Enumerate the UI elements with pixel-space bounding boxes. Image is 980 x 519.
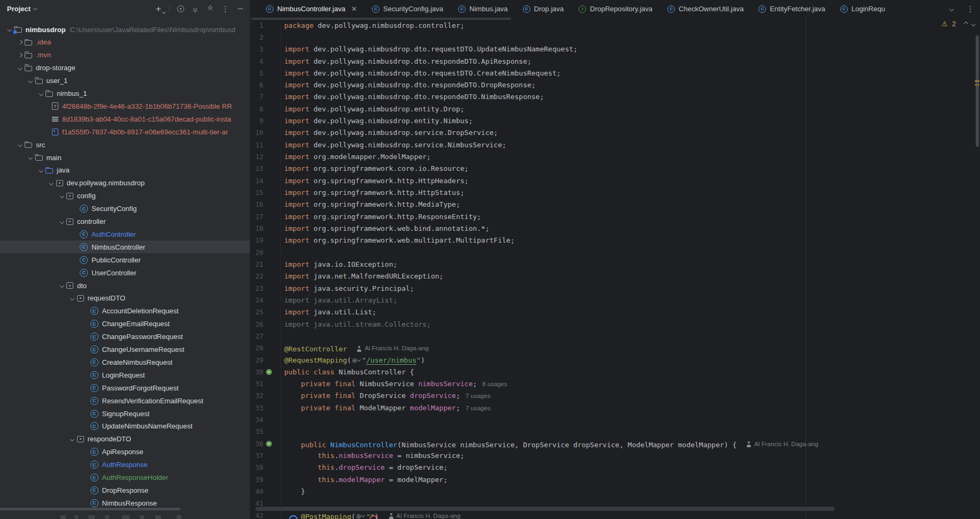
chevron-down-icon[interactable] [49,181,54,185]
editor-tab[interactable]: CCheckOwnerUtil.java [660,0,751,18]
tree-item-label: SecurityConfig [92,205,137,213]
tree-item[interactable]: src [0,138,250,151]
tree-item[interactable]: CPublicController [0,253,250,266]
tree-item[interactable]: CNimbusController [0,240,250,253]
tree-item[interactable]: nimbus_1 [0,87,250,100]
line-number: 36 [251,438,263,450]
tree-item[interactable]: respondeDTO [0,433,250,446]
author-inlay-hint[interactable]: Al Francis H. Daga-ang [356,342,429,354]
close-icon[interactable]: ✕ [351,5,357,13]
tree-item[interactable]: CApiResponse [0,446,250,458]
chevron-down-icon[interactable] [59,194,64,198]
code-token: " [416,356,421,364]
tree-item[interactable]: CUserController [0,266,250,279]
usages-inlay-hint[interactable]: 7 usages [466,405,491,411]
chevron-down-icon[interactable] [18,142,22,147]
chevron-down-icon[interactable] [28,155,33,160]
editor-tab[interactable]: CNimbus.java [451,0,515,18]
tree-item[interactable]: controller [0,215,250,228]
spring-bean-gutter-icon[interactable] [266,441,272,447]
editor-tab[interactable]: IDropRepository.java [571,0,660,18]
editor-tab[interactable]: CNimbusController.java✕ [259,0,364,18]
chevron-down-icon[interactable] [7,27,12,32]
tree-item[interactable]: f1a555f0-7837-4b0b-8917-e06e69ecc361-mul… [0,125,250,138]
chevron-right-icon[interactable] [18,53,22,57]
more-options-button[interactable]: ⋮ [221,5,230,13]
tree-item[interactable]: CPasswordForgotRequest [0,381,250,394]
url-globe-icon[interactable]: ⊕ [352,357,360,364]
tab-options-kebab-icon[interactable]: ⋮ [966,5,975,13]
editor-tab[interactable]: CEntityFetcher.java [751,0,832,18]
tree-item[interactable]: config [0,190,250,202]
spring-bean-gutter-icon[interactable] [266,369,272,375]
line-number: 25 [251,306,263,318]
editor-tab[interactable]: CDrop.java [515,0,572,18]
hide-panel-button[interactable] [236,5,245,13]
tree-item[interactable]: .mvn [0,49,250,62]
code-editor[interactable]: ⚠ 2 1package dev.pollywag.nimbusdrop.con… [251,18,980,519]
panel-title[interactable]: Project [7,5,31,13]
tree-item-label: AuthResponseHolder [102,473,169,482]
chevron-down-icon[interactable] [33,6,37,10]
code-token: org.springframework.http.ResponseEntity; [309,213,481,221]
tree-item[interactable]: dev.pollywag.nimbusdrop [0,177,250,190]
author-inlay-hint[interactable]: Al Francis H. Daga-ang [389,510,461,519]
collapse-all-button[interactable] [206,5,215,13]
tree-item[interactable]: CAccountDeletionRequest [0,305,250,318]
chevron-right-icon[interactable] [18,40,22,44]
editor-tab[interactable]: CLoginRequ [833,0,893,18]
tree-item[interactable]: .idea [0,36,250,49]
chevron-down-icon[interactable] [39,168,43,172]
tree-item[interactable]: drop-storage [0,62,250,74]
tree-item[interactable]: CSecurityConfig [0,202,250,215]
tab-list-chevron-down-icon[interactable] [947,5,956,13]
usages-inlay-hint[interactable]: 7 usages [466,393,491,399]
tree-item[interactable]: CChangePasswordRequest [0,330,250,343]
tree-item[interactable]: dto [0,279,250,292]
class-icon: C [458,5,466,13]
tree-item[interactable]: nimbusdropC:\Users\user\JavaRelatedFiles… [0,23,250,36]
locate-file-button[interactable] [176,5,185,13]
tree-item[interactable]: CAuthResponseHolder [0,471,250,484]
tree-item[interactable]: CDropResponse [0,484,250,497]
author-inlay-hint[interactable]: Al Francis H. Daga-ang [746,438,818,450]
add-button[interactable]: + [154,5,163,13]
chevron-down-icon[interactable] [59,220,64,224]
tree-item[interactable]: CChangeEmailRequest [0,318,250,330]
code-token: import [284,272,309,280]
expand-all-button[interactable] [191,5,200,13]
code-line: 30public class NimbusController { [251,366,980,378]
tree-item[interactable]: CCreateNimbusRequest [0,356,250,368]
chevron-down-icon[interactable] [28,79,33,83]
chevron-down-icon[interactable] [70,437,74,441]
line-number: 7 [251,91,263,103]
project-tree-hscrollbar[interactable] [0,508,180,510]
tree-item[interactable]: CLoginRequest [0,368,250,381]
chevron-down-icon[interactable] [18,66,22,70]
tree-item-label: ApiResponse [102,448,143,456]
tree-item[interactable]: CChangeUsernameRequest [0,343,250,356]
code-token: java.net.MalformedURLException; [309,272,443,280]
tree-item[interactable]: user_1 [0,74,250,87]
chevron-down-icon[interactable] [70,296,74,300]
editor-tab[interactable]: CSecurityConfig.java [364,0,451,18]
tree-item[interactable]: CUpdateNimbusNameRequest [0,420,250,433]
tree-item[interactable]: 8d1839b3-ab04-40cc-8a01-c15a067decad-pub… [0,112,250,125]
tree-item[interactable]: CAuthController [0,228,250,240]
usages-inlay-hint[interactable]: 8 usages [482,381,507,387]
code-line: 29@RequestMapping(⊕"/user/nimbus") [251,355,980,366]
tree-item[interactable]: CAuthResponse [0,458,250,471]
tree-item[interactable]: CSignupRequest [0,407,250,420]
tree-item[interactable]: java [0,164,250,177]
tree-item[interactable]: main [0,151,250,164]
url-globe-icon[interactable]: ⊕ [356,513,364,519]
code-text: this.nimbusService = nimbusService; [284,450,465,462]
class-icon: C [80,269,88,277]
chevron-down-icon[interactable] [59,283,64,288]
tree-item[interactable]: CResendVerificationEmailRequest [0,394,250,407]
chevron-down-icon[interactable] [39,92,43,96]
code-line: 4import dev.pollywag.nimbusdrop.dto.resp… [251,56,980,67]
code-line: 28@RestControllerAl Francis H. Daga-ang [251,342,980,354]
tree-item[interactable]: requestDTO [0,292,250,305]
tree-item[interactable]: ?4f26848b-2f9e-4e46-a332-1b1b06b71736-Po… [0,100,250,112]
